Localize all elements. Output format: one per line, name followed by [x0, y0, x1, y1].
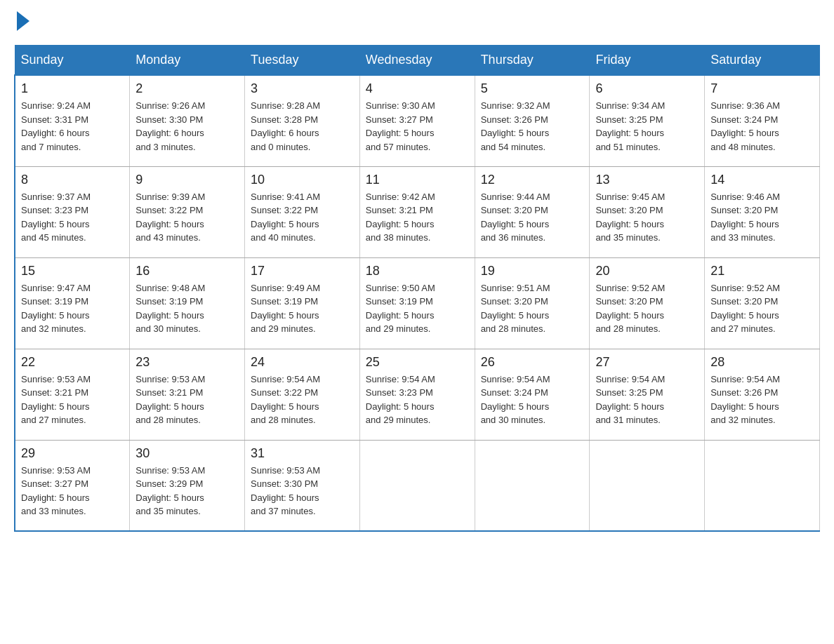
calendar-day-cell: 9Sunrise: 9:39 AM Sunset: 3:22 PM Daylig… [130, 166, 245, 257]
day-info: Sunrise: 9:54 AM Sunset: 3:26 PM Dayligh… [710, 373, 814, 427]
day-info: Sunrise: 9:44 AM Sunset: 3:20 PM Dayligh… [481, 190, 584, 245]
day-number: 28 [710, 355, 814, 370]
day-info: Sunrise: 9:54 AM Sunset: 3:23 PM Dayligh… [366, 373, 469, 427]
day-number: 20 [595, 264, 699, 279]
day-info: Sunrise: 9:47 AM Sunset: 3:19 PM Dayligh… [21, 281, 124, 336]
day-number: 1 [21, 81, 124, 96]
logo [14, 14, 29, 31]
day-number: 30 [135, 446, 239, 461]
calendar-day-cell: 26Sunrise: 9:54 AM Sunset: 3:24 PM Dayli… [475, 349, 590, 440]
day-info: Sunrise: 9:36 AM Sunset: 3:24 PM Dayligh… [710, 99, 814, 154]
calendar-day-cell: 16Sunrise: 9:48 AM Sunset: 3:19 PM Dayli… [130, 257, 245, 349]
day-number: 24 [251, 355, 354, 370]
calendar-day-cell [590, 440, 705, 531]
day-number: 6 [595, 81, 699, 96]
day-number: 31 [251, 446, 354, 461]
day-info: Sunrise: 9:54 AM Sunset: 3:22 PM Dayligh… [251, 373, 354, 427]
day-info: Sunrise: 9:32 AM Sunset: 3:26 PM Dayligh… [481, 99, 584, 154]
day-number: 18 [366, 264, 469, 279]
day-info: Sunrise: 9:53 AM Sunset: 3:21 PM Dayligh… [21, 373, 124, 427]
calendar-week-row: 15Sunrise: 9:47 AM Sunset: 3:19 PM Dayli… [15, 257, 820, 349]
calendar-table: SundayMondayTuesdayWednesdayThursdayFrid… [14, 45, 820, 532]
calendar-day-cell: 14Sunrise: 9:46 AM Sunset: 3:20 PM Dayli… [705, 166, 820, 257]
weekday-header-row: SundayMondayTuesdayWednesdayThursdayFrid… [15, 46, 820, 76]
calendar-day-cell: 7Sunrise: 9:36 AM Sunset: 3:24 PM Daylig… [705, 75, 820, 166]
calendar-day-cell: 18Sunrise: 9:50 AM Sunset: 3:19 PM Dayli… [359, 257, 475, 349]
weekday-header-cell: Wednesday [359, 46, 475, 76]
day-info: Sunrise: 9:30 AM Sunset: 3:27 PM Dayligh… [366, 99, 469, 154]
calendar-day-cell: 5Sunrise: 9:32 AM Sunset: 3:26 PM Daylig… [475, 75, 590, 166]
day-number: 25 [366, 355, 469, 370]
logo-arrow-icon [17, 11, 29, 31]
day-number: 4 [366, 81, 469, 96]
day-number: 21 [710, 264, 814, 279]
day-info: Sunrise: 9:34 AM Sunset: 3:25 PM Dayligh… [595, 99, 699, 154]
calendar-day-cell: 22Sunrise: 9:53 AM Sunset: 3:21 PM Dayli… [15, 349, 130, 440]
calendar-day-cell: 12Sunrise: 9:44 AM Sunset: 3:20 PM Dayli… [475, 166, 590, 257]
day-number: 16 [135, 264, 239, 279]
day-number: 10 [251, 173, 354, 187]
calendar-day-cell: 31Sunrise: 9:53 AM Sunset: 3:30 PM Dayli… [245, 440, 360, 531]
calendar-day-cell: 21Sunrise: 9:52 AM Sunset: 3:20 PM Dayli… [705, 257, 820, 349]
calendar-day-cell: 15Sunrise: 9:47 AM Sunset: 3:19 PM Dayli… [15, 257, 130, 349]
calendar-day-cell: 30Sunrise: 9:53 AM Sunset: 3:29 PM Dayli… [130, 440, 245, 531]
day-number: 8 [21, 173, 124, 187]
logo-line1 [14, 14, 29, 31]
calendar-day-cell: 8Sunrise: 9:37 AM Sunset: 3:23 PM Daylig… [15, 166, 130, 257]
calendar-day-cell: 20Sunrise: 9:52 AM Sunset: 3:20 PM Dayli… [590, 257, 705, 349]
day-info: Sunrise: 9:49 AM Sunset: 3:19 PM Dayligh… [251, 281, 354, 336]
weekday-header-cell: Saturday [705, 46, 820, 76]
weekday-header-cell: Tuesday [245, 46, 360, 76]
calendar-day-cell: 25Sunrise: 9:54 AM Sunset: 3:23 PM Dayli… [359, 349, 475, 440]
calendar-day-cell: 24Sunrise: 9:54 AM Sunset: 3:22 PM Dayli… [245, 349, 360, 440]
day-info: Sunrise: 9:50 AM Sunset: 3:19 PM Dayligh… [366, 281, 469, 336]
day-info: Sunrise: 9:53 AM Sunset: 3:21 PM Dayligh… [135, 373, 239, 427]
day-number: 5 [481, 81, 584, 96]
calendar-week-row: 29Sunrise: 9:53 AM Sunset: 3:27 PM Dayli… [15, 440, 820, 531]
day-info: Sunrise: 9:52 AM Sunset: 3:20 PM Dayligh… [595, 281, 699, 336]
day-number: 23 [135, 355, 239, 370]
calendar-day-cell: 3Sunrise: 9:28 AM Sunset: 3:28 PM Daylig… [245, 75, 360, 166]
calendar-week-row: 8Sunrise: 9:37 AM Sunset: 3:23 PM Daylig… [15, 166, 820, 257]
calendar-day-cell: 28Sunrise: 9:54 AM Sunset: 3:26 PM Dayli… [705, 349, 820, 440]
day-info: Sunrise: 9:53 AM Sunset: 3:27 PM Dayligh… [21, 464, 124, 518]
day-number: 14 [710, 173, 814, 187]
day-info: Sunrise: 9:54 AM Sunset: 3:25 PM Dayligh… [595, 373, 699, 427]
day-number: 26 [481, 355, 584, 370]
day-info: Sunrise: 9:26 AM Sunset: 3:30 PM Dayligh… [135, 99, 239, 154]
calendar-day-cell: 2Sunrise: 9:26 AM Sunset: 3:30 PM Daylig… [130, 75, 245, 166]
day-number: 3 [251, 81, 354, 96]
day-number: 12 [481, 173, 584, 187]
calendar-day-cell: 29Sunrise: 9:53 AM Sunset: 3:27 PM Dayli… [15, 440, 130, 531]
day-number: 2 [135, 81, 239, 96]
calendar-day-cell [475, 440, 590, 531]
weekday-header-cell: Sunday [15, 46, 130, 76]
calendar-day-cell: 19Sunrise: 9:51 AM Sunset: 3:20 PM Dayli… [475, 257, 590, 349]
day-number: 22 [21, 355, 124, 370]
day-info: Sunrise: 9:37 AM Sunset: 3:23 PM Dayligh… [21, 190, 124, 245]
day-number: 17 [251, 264, 354, 279]
day-number: 19 [481, 264, 584, 279]
weekday-header-cell: Monday [130, 46, 245, 76]
day-info: Sunrise: 9:52 AM Sunset: 3:20 PM Dayligh… [710, 281, 814, 336]
calendar-day-cell: 23Sunrise: 9:53 AM Sunset: 3:21 PM Dayli… [130, 349, 245, 440]
weekday-header-cell: Thursday [475, 46, 590, 76]
day-number: 7 [710, 81, 814, 96]
calendar-day-cell [705, 440, 820, 531]
day-info: Sunrise: 9:24 AM Sunset: 3:31 PM Dayligh… [21, 99, 124, 154]
day-info: Sunrise: 9:28 AM Sunset: 3:28 PM Dayligh… [251, 99, 354, 154]
calendar-day-cell [359, 440, 475, 531]
calendar-day-cell: 6Sunrise: 9:34 AM Sunset: 3:25 PM Daylig… [590, 75, 705, 166]
day-info: Sunrise: 9:54 AM Sunset: 3:24 PM Dayligh… [481, 373, 584, 427]
day-info: Sunrise: 9:51 AM Sunset: 3:20 PM Dayligh… [481, 281, 584, 336]
page-header [14, 14, 820, 31]
weekday-header-cell: Friday [590, 46, 705, 76]
day-info: Sunrise: 9:45 AM Sunset: 3:20 PM Dayligh… [595, 190, 699, 245]
calendar-day-cell: 17Sunrise: 9:49 AM Sunset: 3:19 PM Dayli… [245, 257, 360, 349]
day-number: 29 [21, 446, 124, 461]
calendar-day-cell: 4Sunrise: 9:30 AM Sunset: 3:27 PM Daylig… [359, 75, 475, 166]
day-info: Sunrise: 9:46 AM Sunset: 3:20 PM Dayligh… [710, 190, 814, 245]
calendar-week-row: 22Sunrise: 9:53 AM Sunset: 3:21 PM Dayli… [15, 349, 820, 440]
day-info: Sunrise: 9:42 AM Sunset: 3:21 PM Dayligh… [366, 190, 469, 245]
calendar-day-cell: 10Sunrise: 9:41 AM Sunset: 3:22 PM Dayli… [245, 166, 360, 257]
